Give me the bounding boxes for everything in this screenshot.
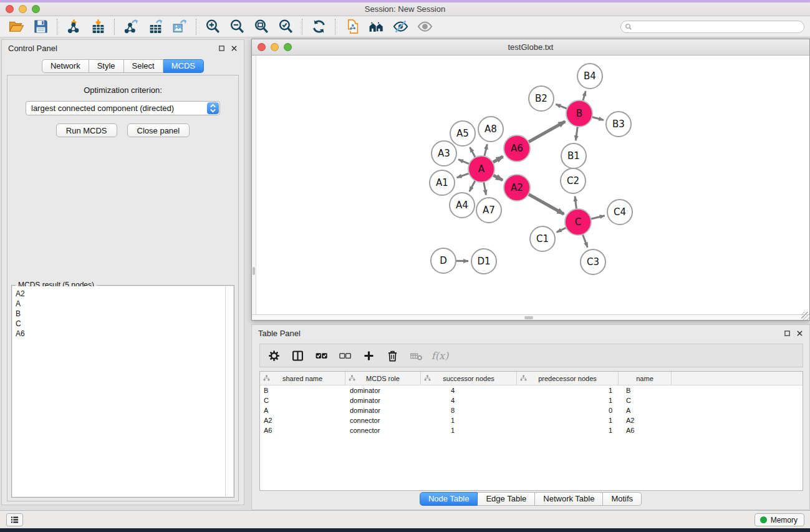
table-cell[interactable]: dominator: [345, 395, 421, 405]
node-B4[interactable]: B4: [577, 64, 602, 89]
table-cell[interactable]: A2: [619, 415, 672, 425]
window-resize-grip[interactable]: [801, 312, 809, 320]
node-B[interactable]: B: [566, 100, 592, 127]
table-settings-button[interactable]: [266, 347, 282, 364]
node-B1[interactable]: B1: [561, 143, 586, 168]
table-cell[interactable]: A: [619, 405, 672, 415]
table-cell[interactable]: 1: [517, 425, 619, 435]
node-A3[interactable]: A3: [432, 141, 456, 166]
table-cell[interactable]: 8: [421, 405, 517, 415]
table-cell[interactable]: B: [260, 385, 345, 395]
table-cell[interactable]: C: [260, 395, 345, 405]
float-panel-icon[interactable]: [218, 45, 225, 52]
table-row[interactable]: Cdominator41C: [260, 395, 803, 405]
show-graphics-details-button[interactable]: [391, 18, 410, 36]
delete-row-button[interactable]: [385, 347, 400, 364]
node-A8[interactable]: A8: [478, 117, 503, 142]
network-overview-button[interactable]: [367, 18, 385, 36]
select-all-button[interactable]: [314, 347, 329, 364]
table-cell[interactable]: A6: [260, 425, 345, 435]
result-scrollbar[interactable]: [225, 286, 233, 496]
save-session-button[interactable]: [31, 18, 50, 36]
node-A6[interactable]: A6: [504, 135, 530, 162]
node-A[interactable]: A: [468, 156, 494, 182]
memory-button[interactable]: Memory: [755, 513, 804, 526]
table-row[interactable]: Adominator80A: [260, 405, 803, 415]
column-header-successor-nodes[interactable]: successor nodes: [421, 372, 517, 385]
node-D[interactable]: D: [431, 248, 456, 273]
export-table-button[interactable]: [146, 18, 165, 36]
node-A1[interactable]: A1: [430, 170, 455, 195]
column-header-MCDS-role[interactable]: MCDS role: [345, 372, 421, 385]
node-A2[interactable]: A2: [504, 175, 530, 201]
zoom-selected-button[interactable]: [276, 18, 295, 36]
node-C4[interactable]: C4: [607, 200, 632, 225]
mcds-result-item[interactable]: A2: [16, 289, 225, 299]
mcds-result-item[interactable]: C: [16, 319, 225, 329]
table-row[interactable]: A2connector11A2: [260, 415, 803, 425]
table-cell[interactable]: A: [260, 405, 345, 415]
tab-node-table[interactable]: Node Table: [420, 492, 478, 506]
vscroll-thumb[interactable]: [253, 267, 255, 275]
mcds-result-item[interactable]: B: [16, 309, 225, 319]
import-network-button[interactable]: [64, 18, 83, 36]
tab-style[interactable]: Style: [89, 59, 124, 73]
optimization-criterion-select[interactable]: largest connected component (directed): [26, 101, 220, 115]
zoom-in-button[interactable]: [203, 18, 222, 36]
deselect-all-button[interactable]: [337, 347, 353, 364]
table-cell[interactable]: C: [619, 395, 672, 405]
node-C3[interactable]: C3: [581, 249, 605, 274]
tab-network-table[interactable]: Network Table: [535, 492, 603, 506]
table-cell[interactable]: connector: [345, 415, 421, 425]
table-cell[interactable]: 1: [517, 385, 619, 395]
table-cell[interactable]: 4: [421, 395, 517, 405]
table-cell[interactable]: 1: [517, 395, 619, 405]
table-cell[interactable]: 1: [517, 415, 619, 425]
task-history-button[interactable]: [6, 513, 23, 526]
table-cell[interactable]: connector: [345, 425, 421, 435]
canvas-horizontal-scrollbar[interactable]: [252, 314, 809, 320]
run-mcds-button[interactable]: Run MCDS: [56, 123, 117, 137]
table-cell[interactable]: A2: [260, 415, 345, 425]
search-box[interactable]: [620, 21, 804, 33]
birds-eye-view-button[interactable]: [415, 18, 434, 36]
new-network-from-selection-button[interactable]: [342, 18, 361, 36]
node-A7[interactable]: A7: [476, 198, 501, 223]
zoom-fit-button[interactable]: [252, 18, 271, 36]
table-cell[interactable]: dominator: [345, 405, 421, 415]
network-canvas[interactable]: B4B2BB3A8A5A6A3B1AC2A1A2A4A7C4CC1DD1C3: [252, 56, 809, 320]
table-cell[interactable]: B: [619, 385, 672, 395]
node-B2[interactable]: B2: [529, 86, 554, 111]
export-image-button[interactable]: [170, 18, 189, 36]
table-cell[interactable]: 1: [421, 425, 517, 435]
apply-layout-button[interactable]: [309, 18, 328, 36]
tab-motifs[interactable]: Motifs: [603, 492, 642, 506]
table-cell[interactable]: dominator: [345, 385, 421, 395]
tab-network[interactable]: Network: [42, 59, 89, 73]
table-row[interactable]: Bdominator41B: [260, 385, 803, 395]
close-panel-icon[interactable]: [796, 330, 803, 337]
node-A4[interactable]: A4: [450, 193, 475, 218]
hscroll-thumb[interactable]: [524, 316, 533, 319]
tab-select[interactable]: Select: [124, 59, 163, 73]
mcds-result-item[interactable]: A: [16, 299, 225, 309]
table-cell[interactable]: A6: [619, 425, 672, 435]
table-row[interactable]: A6connector11A6: [260, 425, 803, 435]
zoom-out-button[interactable]: [228, 18, 246, 36]
node-C2[interactable]: C2: [561, 168, 586, 193]
column-header-shared-name[interactable]: shared name: [260, 372, 345, 385]
table-cell[interactable]: 1: [421, 415, 517, 425]
canvas-vertical-scrollbar[interactable]: [252, 56, 256, 314]
node-D1[interactable]: D1: [471, 249, 496, 274]
column-header-name[interactable]: name: [619, 372, 672, 385]
node-B3[interactable]: B3: [606, 112, 631, 137]
table-cell[interactable]: 4: [421, 385, 517, 395]
node-A5[interactable]: A5: [450, 121, 475, 146]
split-table-button[interactable]: [290, 347, 306, 364]
open-session-button[interactable]: [7, 18, 26, 36]
tab-edge-table[interactable]: Edge Table: [478, 492, 535, 506]
node-C1[interactable]: C1: [530, 226, 555, 251]
close-panel-button[interactable]: Close panel: [127, 123, 190, 137]
tab-mcds[interactable]: MCDS: [163, 59, 204, 73]
table-cell[interactable]: 0: [517, 405, 619, 415]
